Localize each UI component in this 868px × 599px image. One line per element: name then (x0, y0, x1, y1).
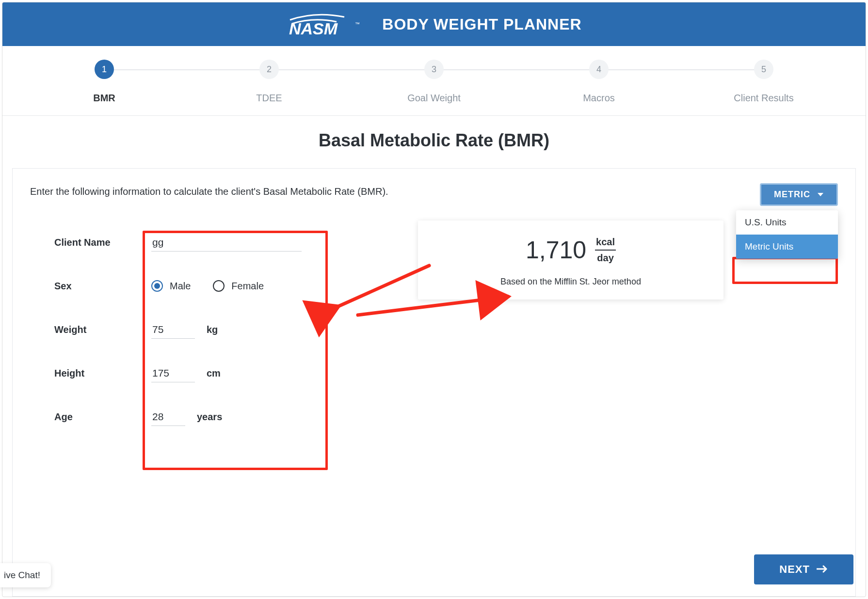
app-header: NASM ™ BODY WEIGHT PLANNER (2, 2, 866, 46)
input-weight[interactable] (151, 321, 195, 339)
step-label: BMR (93, 93, 115, 104)
step-connector (269, 69, 434, 70)
bmr-card: Enter the following information to calcu… (12, 168, 856, 597)
step-client-results[interactable]: 5 Client Results (681, 60, 846, 104)
units-option-us[interactable]: U.S. Units (736, 210, 838, 235)
step-number: 2 (259, 60, 279, 79)
step-macros[interactable]: 4 Macros (516, 60, 681, 104)
svg-text:™: ™ (355, 21, 360, 27)
step-label: TDEE (256, 93, 282, 104)
result-top: 1,710 kcal day (433, 236, 709, 264)
units-option-metric[interactable]: Metric Units (736, 235, 838, 259)
step-number: 3 (424, 60, 444, 79)
result-unit-fraction: kcal day (595, 236, 616, 264)
content-area: Basal Metabolic Rate (BMR) Enter the fol… (2, 116, 866, 597)
arrow-right-icon (817, 563, 828, 576)
svg-text:NASM: NASM (289, 19, 338, 37)
unit-height: cm (207, 368, 221, 379)
step-bmr[interactable]: 1 BMR (22, 60, 187, 104)
next-button-label: NEXT (779, 563, 810, 576)
step-connector (104, 69, 269, 70)
input-age[interactable] (151, 408, 185, 426)
unit-weight: kg (207, 324, 218, 335)
result-unit-bottom: day (597, 251, 613, 264)
progress-stepper: 1 BMR 2 TDEE 3 Goal Weight 4 Macros 5 Cl… (2, 46, 866, 116)
next-button[interactable]: NEXT (754, 554, 853, 584)
units-dropdown-button[interactable]: METRIC (760, 183, 838, 206)
step-label: Macros (583, 93, 615, 104)
step-label: Goal Weight (407, 93, 461, 104)
step-connector (599, 69, 764, 70)
units-dropdown-wrap: METRIC U.S. Units Metric Units (760, 183, 838, 206)
input-client-name[interactable] (151, 234, 302, 252)
row-client-name: Client Name (54, 221, 331, 264)
nasm-logo-icon: NASM ™ (286, 11, 373, 37)
card-topbar: Enter the following information to calcu… (30, 183, 838, 206)
units-button-label: METRIC (774, 189, 810, 200)
instruction-text: Enter the following information to calcu… (30, 183, 388, 197)
result-value: 1,710 (526, 236, 586, 264)
form-left: Client Name Sex Male Female (30, 221, 340, 439)
radio-female-label: Female (231, 281, 264, 292)
radio-icon (151, 280, 163, 292)
input-height[interactable] (151, 364, 195, 382)
label-height: Height (54, 368, 151, 379)
form-area: Client Name Sex Male Female (30, 221, 838, 439)
app-title: BODY WEIGHT PLANNER (382, 16, 581, 33)
radio-female[interactable]: Female (213, 280, 264, 292)
label-sex: Sex (54, 281, 151, 292)
live-chat-widget[interactable]: ive Chat! (2, 563, 51, 587)
row-age: Age years (54, 395, 331, 439)
result-unit-top: kcal (595, 236, 616, 251)
step-number: 4 (589, 60, 609, 79)
sex-radio-group: Male Female (151, 280, 264, 292)
app-frame: NASM ™ BODY WEIGHT PLANNER 1 BMR 2 TDEE … (2, 2, 866, 597)
step-number: 1 (95, 60, 114, 79)
radio-icon (213, 280, 225, 292)
row-height: Height cm (54, 351, 331, 395)
page-title: Basal Metabolic Rate (BMR) (12, 130, 856, 151)
bmr-result-card: 1,710 kcal day Based on the Mifflin St. … (418, 221, 723, 300)
label-age: Age (54, 411, 151, 423)
radio-male-label: Male (170, 281, 191, 292)
step-number: 5 (754, 60, 773, 79)
caret-down-icon (817, 189, 824, 200)
row-weight: Weight kg (54, 308, 331, 351)
step-label: Client Results (734, 93, 793, 104)
radio-male[interactable]: Male (151, 280, 191, 292)
chat-label: ive Chat! (4, 570, 40, 580)
result-method: Based on the Mifflin St. Jeor method (433, 277, 709, 287)
step-goal-weight[interactable]: 3 Goal Weight (352, 60, 516, 104)
step-connector (434, 69, 599, 70)
row-sex: Sex Male Female (54, 264, 331, 308)
label-client-name: Client Name (54, 237, 151, 248)
step-tdee[interactable]: 2 TDEE (187, 60, 352, 104)
unit-age: years (197, 411, 222, 423)
label-weight: Weight (54, 324, 151, 335)
units-dropdown-menu: U.S. Units Metric Units (736, 210, 838, 259)
